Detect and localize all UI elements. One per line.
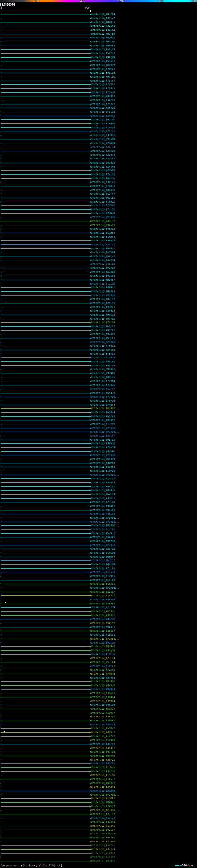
hit-label[interactable]: UniRef100_Q5WDQ3: [91, 240, 115, 242]
hit-label[interactable]: UniRef100_C4WN11: [91, 286, 115, 289]
hit-label[interactable]: UniRef100_Q1ML90: [91, 552, 115, 554]
hit-label[interactable]: UniRef100_A4G5Q9: [91, 649, 115, 652]
hit-label[interactable]: UniRef100_UP1000...: [91, 524, 120, 527]
hit-label[interactable]: UniRef100_B90M04: [91, 688, 115, 691]
hit-label[interactable]: UniRef100_B475P6: [91, 451, 115, 453]
hit-label[interactable]: UniRef100_UP1000...: [91, 216, 120, 219]
hit-label[interactable]: UniRef100_Q6B1J7: [91, 559, 115, 562]
hit-label[interactable]: UniRef100_UP1000...: [91, 544, 120, 547]
hit-label[interactable]: UniRef100_C6X3Y6: [91, 837, 115, 839]
hit-label[interactable]: UniRef100_A63TY1: [91, 337, 115, 340]
hit-label[interactable]: UniRef100_UP1000...: [91, 454, 120, 457]
hit-label[interactable]: UniRef100_A94HR2: [91, 626, 115, 628]
hit-label[interactable]: UniRef100_Q8EN53: [91, 95, 115, 98]
hit-label[interactable]: UniRef100_Q45UW8: [91, 466, 115, 468]
hit-label[interactable]: UniRef100_A1R282: [91, 735, 115, 738]
hit-label[interactable]: UniRef100_A5FYH7: [91, 244, 115, 246]
hit-label[interactable]: UniRef100_B8I0F6: [91, 189, 115, 191]
hit-label[interactable]: UniRef100_A1TR40: [91, 825, 115, 827]
hit-label[interactable]: UniRef100_A76G53: [91, 446, 115, 449]
hit-label[interactable]: UniRef100_UP1000...: [91, 680, 120, 683]
hit-label[interactable]: UniRef100_A9HN48: [91, 372, 115, 375]
hit-label[interactable]: UniRef100_A5VXV5: [91, 536, 115, 538]
hit-label[interactable]: UniRef100_C2R1C6: [91, 173, 115, 176]
hit-label[interactable]: UniRef100_Q1LNK8: [91, 739, 115, 741]
hit-label[interactable]: UniRef100_B1F516: [91, 583, 115, 585]
hit-label[interactable]: UniRef100_B7HM69: [91, 213, 115, 215]
hit-label[interactable]: UniRef100_Q73CG6: [91, 111, 115, 113]
hit-label[interactable]: UniRef100_B9C196: [91, 361, 115, 363]
hit-label[interactable]: UniRef100_Q7W9J0: [91, 400, 115, 402]
hit-label[interactable]: UniRef100_B3ANN0: [91, 786, 115, 788]
hit-label[interactable]: UniRef100_C3M904: [91, 700, 115, 703]
hit-label[interactable]: UniRef100_C21W20: [91, 384, 115, 386]
hit-label[interactable]: UniRef100_Q8P5M5: [91, 755, 115, 757]
hit-label[interactable]: UniRef100_Q5P226: [91, 844, 115, 847]
hit-label[interactable]: UniRef100_C3SBN1: [91, 134, 115, 137]
hit-label[interactable]: UniRef100_C6LQF9: [91, 64, 115, 66]
hit-label[interactable]: UniRef100_C2V0E8: [91, 127, 115, 129]
hit-label[interactable]: UniRef100_C3E074: [91, 154, 115, 156]
hit-label[interactable]: UniRef100_B9JRV1: [91, 275, 115, 277]
hit-label[interactable]: UniRef100_Q11HE4: [91, 232, 115, 234]
hit-label[interactable]: UniRef100_C7I4F7: [91, 80, 115, 82]
hit-label[interactable]: UniRef100_C5C8G7: [91, 708, 115, 710]
hit-label[interactable]: UniRef100_B4S5L2: [91, 263, 115, 266]
hit-label[interactable]: UniRef100_C8SZG4: [91, 513, 115, 515]
hit-label[interactable]: UniRef100_B3PGD0: [91, 442, 115, 445]
hit-label[interactable]: UniRef100_Q5QWZ2: [91, 727, 115, 730]
hit-label[interactable]: UniRef100_B8H8Z8: [91, 645, 115, 648]
hit-label[interactable]: UniRef100_C4YNE2: [91, 747, 115, 749]
hit-label[interactable]: UniRef100_A9U759: [91, 33, 115, 35]
hit-label[interactable]: UniRef100_C3WTL1: [91, 181, 115, 184]
hit-label[interactable]: UniRef100_Q82LQ7: [91, 298, 115, 301]
hit-label[interactable]: UniRef100_B9JIG6: [91, 642, 115, 644]
hit-label[interactable]: UniRef100_Q8XZN7: [91, 486, 115, 488]
hit-label[interactable]: UniRef100_A1WWV7: [91, 712, 115, 714]
hit-label[interactable]: UniRef100_C3CFF3: [91, 146, 115, 148]
hit-label[interactable]: UniRef100_Q06N85: [91, 489, 115, 492]
hit-label[interactable]: UniRef100_Q92BX6: [91, 333, 115, 336]
hit-label[interactable]: UniRef100_C2VQ40: [91, 123, 115, 125]
hit-label[interactable]: UniRef100_B1JJH9: [91, 606, 115, 609]
hit-label[interactable]: UniRef100_B23LG4: [91, 657, 115, 659]
hit-label[interactable]: UniRef100_B52DJ1: [91, 532, 115, 535]
hit-label[interactable]: UniRef100_C1UL56: [91, 653, 115, 656]
hit-label[interactable]: UniRef100_C5D6P1: [91, 60, 115, 63]
hit-label[interactable]: UniRef100_Q1YVT3: [91, 665, 115, 668]
hit-label[interactable]: UniRef100_C6WFL9: [91, 493, 115, 496]
hit-label[interactable]: UniRef100_B4EC09: [91, 563, 115, 566]
hit-label[interactable]: UniRef100_Q39577: [91, 17, 115, 20]
hit-label[interactable]: UniRef100_Q8BPZ6: [91, 618, 115, 620]
hit-label[interactable]: UniRef100_UP1000...: [91, 396, 120, 398]
hit-label[interactable]: UniRef100_C51171: [91, 817, 115, 820]
hit-label[interactable]: UniRef100_A91UW1: [91, 368, 115, 371]
hit-label[interactable]: UniRef100_B7KZQ5: [91, 130, 115, 133]
hit-label[interactable]: UniRef100_B4BIT3: [91, 29, 115, 31]
hit-label[interactable]: UniRef100_B6B0Z2: [91, 782, 115, 784]
hit-label[interactable]: UniRef100_A4IKW1: [91, 25, 115, 27]
hit-label[interactable]: UniRef100_Q9K9H0: [91, 540, 115, 542]
hit-label[interactable]: UniRef100_Q2SC48: [91, 501, 115, 503]
hit-label[interactable]: UniRef100_C3F9L6: [91, 107, 115, 109]
hit-label[interactable]: UniRef100_C5RXH7: [91, 52, 115, 55]
hit-label[interactable]: UniRef100_A6F9P6: [91, 458, 115, 461]
hit-label[interactable]: UniRef100_Q3B217: [91, 630, 115, 632]
hit-label[interactable]: UniRef100_Q47BF8: [91, 821, 115, 823]
hit-label[interactable]: UniRef100_UP1000...: [91, 587, 120, 589]
hit-label[interactable]: UniRef100_C9T8G2: [91, 318, 115, 320]
hit-label[interactable]: UniRef100_C7MW48: [91, 673, 115, 675]
hit-label[interactable]: UniRef100_A6JF44: [91, 661, 115, 663]
hit-label[interactable]: UniRef100_Q10PA2: [91, 798, 115, 800]
hit-label[interactable]: UniRef100_C5WE57: [91, 622, 115, 624]
hit-label[interactable]: UniRef100_B78P92: [91, 353, 115, 355]
hit-label[interactable]: UniRef100_Q96NK1: [91, 505, 115, 507]
hit-label[interactable]: UniRef100_Q6HJ56: [91, 177, 115, 180]
hit-label[interactable]: UniRef100_Q39F15: [91, 548, 115, 550]
hit-label[interactable]: UniRef100_C1FW22: [91, 201, 115, 203]
hit-label[interactable]: UniRef100_C6DM56: [91, 37, 115, 39]
hit-label[interactable]: UniRef100_C2YW45: [91, 115, 115, 117]
hit-label[interactable]: UniRef100_A65HP5: [91, 392, 115, 395]
hit-label[interactable]: UniRef100_C4KF05: [91, 716, 115, 718]
hit-label[interactable]: UniRef100_B7JL56: [91, 209, 115, 211]
